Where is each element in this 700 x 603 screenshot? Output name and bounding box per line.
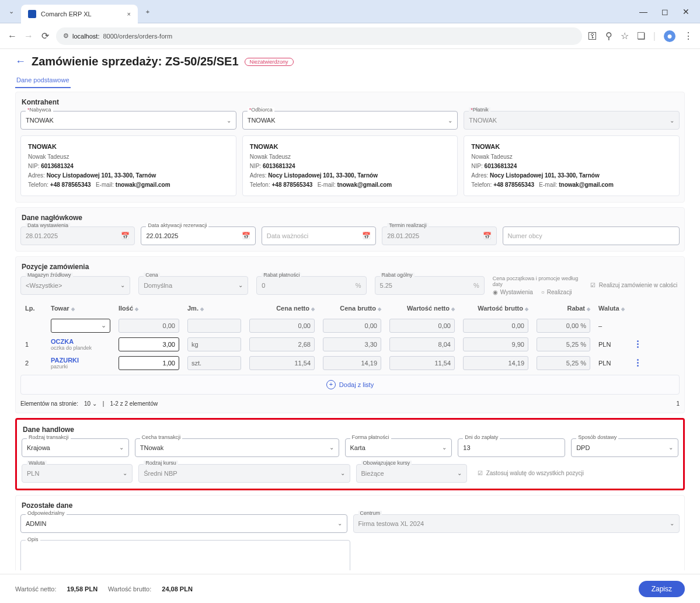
browser-toolbar: ← → ⟳ ⚙ localhost:8000/orders/orders-for… — [0, 23, 700, 49]
item-link[interactable]: OCZKA — [51, 338, 74, 345]
chevron-down-icon: ⌄ — [668, 444, 673, 451]
activation-date-field[interactable]: Data aktywacji rezerwacji 22.01.2025📅 — [141, 226, 255, 245]
section-trade-data: Dane handlowe Rodzaj transakcjiKrajowa⌄ … — [15, 418, 685, 490]
section-header-data: Dane nagłówkowe Data wystawienia 28.01.2… — [15, 207, 685, 252]
price-select: Cena Domyślna⌄ — [138, 276, 248, 295]
tab-title: Comarch ERP XL — [41, 11, 92, 18]
tab-dropdown-icon[interactable]: ⌄ — [5, 5, 18, 18]
payment-form-select[interactable]: Forma płatnościKarta⌄ — [345, 438, 452, 457]
chevron-down-icon: ⌄ — [670, 117, 674, 124]
qty-input[interactable]: 3,00 — [119, 337, 179, 351]
issue-date-field: Data wystawienia 28.01.2025📅 — [20, 226, 135, 245]
chevron-down-icon: ⌄ — [457, 470, 462, 476]
close-icon[interactable]: ✕ — [682, 7, 689, 16]
table-row: 1OCZKAoczka do plandek3,00kg2,683,308,04… — [20, 335, 680, 354]
buyer-select[interactable]: *Nabywca TNOWAK⌄ — [20, 111, 236, 130]
delivery-method-select[interactable]: Sposób dostawyDPD⌄ — [571, 438, 678, 457]
transaction-feature-select[interactable]: Cecha transakcjiTNowak⌄ — [135, 438, 339, 457]
close-tab-icon[interactable]: × — [127, 11, 131, 18]
rate-type-select: Rodzaj kursuŚredni NBP⌄ — [138, 464, 350, 483]
key-icon[interactable]: ⚿ — [588, 31, 597, 41]
chevron-down-icon: ⌄ — [329, 444, 334, 451]
calendar-icon[interactable]: 📅 — [242, 232, 250, 240]
section-other-data: Pozostałe dane OdpowiedzialnyADMIN⌄ Cent… — [15, 495, 685, 570]
browser-tab[interactable]: Comarch ERP XL × — [21, 5, 138, 23]
section-kontrahent: Kontrahent *Nabywca TNOWAK⌄ *Odbiorca TN… — [15, 92, 685, 203]
back-icon[interactable]: ← — [7, 31, 18, 41]
add-from-list-button[interactable]: + Dodaj z listy — [20, 375, 680, 395]
new-tab-icon[interactable]: + — [141, 5, 154, 18]
chevron-down-icon: ⌄ — [119, 444, 124, 451]
items-table: Lp. Towar◆ Ilość◆ Jm.◆ Cena netto◆ Cena … — [20, 300, 680, 395]
reload-icon[interactable]: ⟳ — [40, 31, 50, 41]
site-settings-icon[interactable]: ⚙ — [63, 32, 69, 40]
calendar-icon[interactable]: 📅 — [362, 232, 371, 240]
radio-issue-date[interactable]: ◉ Wystawienia — [493, 289, 533, 295]
recipient-card: TNOWAK Nowak Tadeusz NIP: 6013681324 Adr… — [242, 135, 458, 196]
page-size-select[interactable]: 10 ⌄ — [84, 400, 97, 407]
zoom-icon[interactable]: ⚲ — [605, 30, 612, 41]
payer-select: *Płatnik TNOWAK⌄ — [464, 111, 680, 130]
recipient-select[interactable]: *Odbiorca TNOWAK⌄ — [242, 111, 458, 130]
item-link[interactable]: PAZURKI — [51, 357, 79, 364]
page-title: Zamówienie sprzedaży: ZS-50/25/SE1 — [32, 55, 239, 68]
section-order-items: Pozycje zamówienia Magazyn źródłowy <Wsz… — [15, 256, 685, 413]
currency-select: WalutaPLN⌄ — [22, 464, 133, 483]
chevron-down-icon: ⌄ — [227, 117, 231, 124]
chevron-down-icon: ⌄ — [670, 520, 674, 527]
qty-input[interactable]: 1,00 — [119, 356, 179, 370]
radio-realization-date[interactable]: ○ Realizacji — [541, 289, 572, 295]
plus-icon: + — [326, 380, 336, 389]
forward-icon: → — [23, 31, 34, 41]
payer-card: TNOWAK Nowak Tadeusz NIP: 6013681324 Adr… — [464, 135, 680, 196]
buyer-card: TNOWAK Nowak Tadeusz NIP: 6013681324 Adr… — [20, 135, 236, 196]
description-textarea[interactable]: Opis — [20, 540, 350, 570]
star-icon[interactable]: ☆ — [621, 30, 629, 41]
page-back-icon[interactable]: ← — [15, 55, 26, 68]
transaction-type-select[interactable]: Rodzaj transakcjiKrajowa⌄ — [22, 438, 129, 457]
browser-tab-bar: ⌄ Comarch ERP XL × + — ◻ ✕ — [0, 0, 700, 23]
maximize-icon[interactable]: ◻ — [661, 7, 668, 16]
chevron-down-icon: ⌄ — [340, 470, 345, 476]
chevron-down-icon: ⌄ — [337, 520, 342, 527]
chevron-down-icon: ⌄ — [238, 282, 243, 288]
fulfill-all-checkbox[interactable]: ☑ Realizuj zamówienie w całości — [590, 282, 680, 288]
total-discount-field: Rabat ogólny 5.25% — [375, 276, 485, 295]
applicable-rates-select: Obowiązujące kursyBieżące⌄ — [356, 464, 467, 483]
kebab-menu-icon[interactable]: ⋮ — [684, 30, 693, 41]
page-number[interactable]: 1 — [676, 400, 680, 407]
chevron-down-icon: ⌄ — [123, 470, 127, 476]
url-host: localhost: — [72, 33, 99, 40]
app-favicon-icon — [28, 10, 36, 18]
profile-avatar-icon[interactable]: ● — [664, 30, 675, 42]
row-menu-icon[interactable] — [633, 359, 642, 367]
discount-field: Rabat płatności 0% — [256, 276, 366, 295]
row-menu-icon[interactable] — [633, 340, 642, 348]
chevron-down-icon: ⌄ — [442, 444, 447, 451]
extensions-icon[interactable]: ❏ — [637, 30, 645, 41]
qty-input[interactable]: 0,00 — [119, 319, 179, 333]
validity-date-field[interactable]: Data ważności📅 — [262, 226, 376, 245]
source-warehouse-select: Magazyn źródłowy <Wszystkie>⌄ — [20, 276, 130, 295]
address-bar[interactable]: ⚙ localhost:8000/orders/orders-form — [56, 27, 582, 45]
window-controls: — ◻ ✕ — [639, 7, 695, 16]
calendar-icon: 📅 — [121, 232, 130, 240]
table-row: ⌄0,000,000,000,000,000,00 %– — [20, 316, 680, 335]
responsible-select[interactable]: OdpowiedzialnyADMIN⌄ — [20, 514, 347, 533]
days-to-pay-field[interactable]: Dni do zapłaty13 — [458, 438, 565, 457]
foreign-number-field[interactable]: Numer obcy — [503, 226, 680, 245]
status-badge: Niezatwierdzony — [245, 58, 294, 66]
chevron-down-icon: ⌄ — [120, 282, 125, 288]
apply-currency-checkbox: ☑ Zastosuj walutę do wszystkich pozycji — [473, 464, 678, 483]
chevron-down-icon: ⌄ — [448, 117, 452, 124]
calendar-icon: 📅 — [483, 232, 492, 240]
center-select: CentrumFirma testowa XL 2024⌄ — [353, 514, 680, 533]
section-title: Kontrahent — [20, 98, 680, 106]
url-path: 8000/orders/orders-form — [103, 33, 172, 40]
tab-basic-data[interactable]: Dane podstawowe — [15, 73, 71, 88]
realization-date-field: Termin realizacji 28.01.2025📅 — [382, 226, 496, 245]
minimize-icon[interactable]: — — [639, 7, 647, 16]
table-row: 2PAZURKIpazurki1,00szt.11,5414,1911,5414… — [20, 354, 680, 372]
